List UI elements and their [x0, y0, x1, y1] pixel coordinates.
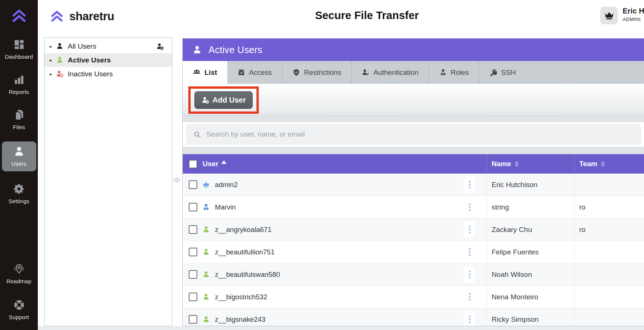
sidebar-item-roadmap[interactable]: Roadmap	[2, 260, 36, 287]
row-menu-button[interactable]	[464, 221, 475, 238]
page-title: Secure File Transfer	[240, 9, 494, 22]
sort-asc-icon	[221, 161, 227, 164]
row-team: ro	[574, 196, 644, 218]
tab-label: SSH	[501, 68, 516, 77]
table-row[interactable]: z__bigostrich532Nena Monteiro	[183, 286, 644, 308]
table-row[interactable]: z__angrykoala671Zackary Churo	[183, 219, 644, 241]
row-team	[574, 263, 644, 285]
tree-item-active-users[interactable]: ▸Active Users	[45, 53, 172, 67]
row-username: Marvin	[215, 203, 236, 211]
files-icon	[13, 109, 25, 121]
column-label: Team	[579, 160, 597, 168]
column-header-team[interactable]: Team	[574, 154, 644, 174]
sidebar-item-label: Support	[9, 314, 29, 320]
users-icon	[13, 145, 25, 158]
support-icon	[13, 299, 25, 311]
sidebar-item-users[interactable]: Users	[2, 141, 36, 171]
row-username: z__bigsnake243	[215, 315, 265, 324]
tree-item-all-users[interactable]: ▸All Users	[45, 39, 172, 53]
tree-item-inactive-users[interactable]: ▸Inactive Users	[45, 67, 172, 81]
row-menu-button[interactable]	[464, 176, 475, 193]
column-label: Name	[492, 160, 511, 168]
tree-caret-icon[interactable]: ▸	[50, 58, 56, 63]
divider-strip-2	[183, 147, 644, 154]
sidebar-item-reports[interactable]: Reports	[2, 71, 36, 97]
table-row[interactable]: z__bigsnake243Ricky Simpson	[183, 308, 644, 326]
table-row[interactable]: admin2Eric Hutchison	[183, 174, 644, 196]
shield-check-icon	[292, 68, 300, 76]
row-username: z__bigostrich532	[215, 293, 267, 301]
column-header-user[interactable]: User	[183, 154, 486, 174]
tab-restrictions[interactable]: Restrictions	[282, 61, 351, 84]
row-menu-button[interactable]	[464, 266, 475, 283]
row-team	[574, 174, 644, 196]
row-username: z__beautifulswan580	[215, 271, 280, 279]
row-checkbox[interactable]	[189, 225, 197, 234]
sidebar-items: DashboardReportsFilesUsersSettingsRoadma…	[0, 27, 38, 330]
panel-header: Active Users	[183, 39, 644, 61]
sidebar-item-files[interactable]: Files	[2, 106, 36, 132]
table-header: UserNameTeam	[183, 154, 644, 174]
table-row[interactable]: z__beautifullion751Felipe Fuentes	[183, 241, 644, 263]
tab-roles[interactable]: Roles	[429, 61, 479, 84]
current-user-chip[interactable]: Eric H ADMINI	[600, 7, 644, 24]
row-checkbox[interactable]	[189, 248, 197, 256]
app-sidebar: DashboardReportsFilesUsersSettingsRoadma…	[0, 0, 38, 330]
sidebar-item-label: Reports	[9, 89, 29, 95]
row-username: z__beautifullion751	[215, 248, 274, 256]
user-plus-icon[interactable]	[156, 42, 164, 50]
row-menu-button[interactable]	[464, 288, 475, 305]
column-header-name[interactable]: Name	[486, 154, 574, 174]
row-menu-button[interactable]	[464, 244, 475, 260]
row-team	[574, 241, 644, 263]
add-user-button[interactable]: Add User	[194, 91, 253, 109]
row-menu-button[interactable]	[464, 311, 475, 326]
admin-crown-icon	[600, 7, 618, 24]
user-green-icon	[56, 56, 64, 64]
sidebar-item-dashboard[interactable]: Dashboard	[2, 36, 36, 62]
row-menu-button[interactable]	[464, 199, 475, 216]
row-name: Ricky Simpson	[486, 308, 574, 326]
brand-name: sharetru	[69, 10, 114, 23]
user-black-icon	[56, 42, 64, 50]
row-name: Noah Wilson	[486, 263, 574, 285]
tab-authentication[interactable]: Authentication	[351, 61, 428, 84]
sidebar-item-label: Dashboard	[5, 54, 33, 60]
key-icon	[489, 68, 497, 76]
tree-item-label: All Users	[68, 42, 96, 51]
row-checkbox[interactable]	[189, 180, 197, 189]
roadmap-icon	[13, 263, 25, 275]
sidebar-item-label: Roadmap	[6, 278, 31, 284]
row-checkbox[interactable]	[189, 315, 197, 324]
row-checkbox[interactable]	[189, 293, 197, 301]
column-label: User	[203, 160, 218, 168]
tab-label: List	[204, 68, 217, 77]
sidebar-item-settings[interactable]: Settings	[2, 180, 36, 207]
search-input[interactable]	[206, 130, 641, 139]
table-body: admin2Eric HutchisonMarvinstringroz__ang…	[183, 174, 644, 326]
bottom-scroll-strip[interactable]	[38, 326, 644, 330]
tab-ssh[interactable]: SSH	[479, 61, 526, 84]
select-all-checkbox[interactable]	[189, 160, 197, 168]
tree-caret-icon[interactable]: ▸	[50, 44, 56, 49]
panel-splitter-handle[interactable]: ‹||›	[171, 177, 183, 183]
sidebar-item-label: Files	[13, 124, 25, 130]
table-row[interactable]: z__beautifulswan580Noah Wilson	[183, 263, 644, 286]
tab-label: Roles	[451, 68, 469, 77]
divider-strip-1	[183, 115, 644, 122]
user-tie-icon	[439, 68, 447, 76]
tab-label: Access	[249, 68, 272, 77]
tab-access[interactable]: Access	[227, 61, 282, 84]
row-checkbox[interactable]	[189, 270, 197, 279]
sidebar-item-support[interactable]: Support	[2, 296, 36, 323]
user-check-icon	[362, 68, 370, 76]
row-name: Nena Monteiro	[486, 286, 574, 308]
tree-caret-icon[interactable]: ▸	[50, 71, 56, 77]
row-name: string	[486, 196, 574, 218]
tree-item-label: Inactive Users	[68, 70, 113, 78]
tab-list[interactable]: List	[183, 61, 227, 84]
table-row[interactable]: Marvinstringro	[183, 196, 644, 219]
current-user-name: Eric H	[623, 7, 644, 15]
panel-title: Active Users	[209, 45, 262, 55]
row-checkbox[interactable]	[189, 203, 197, 211]
